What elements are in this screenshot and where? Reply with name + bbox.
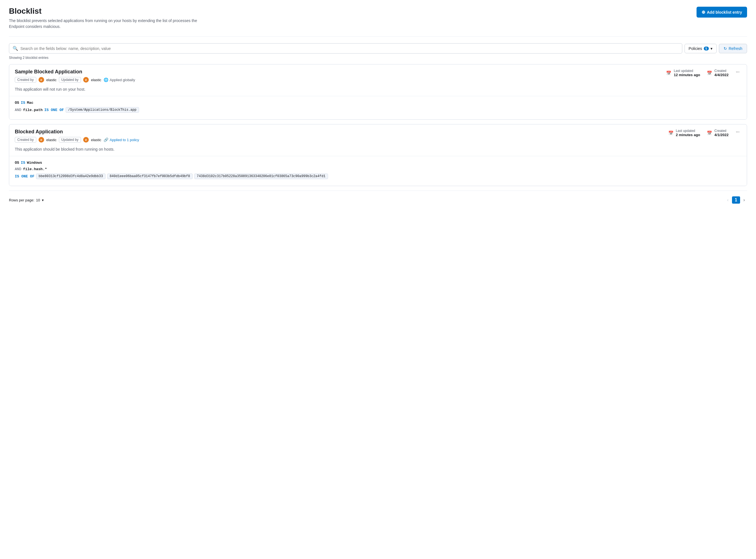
and-keyword-2: AND [15,167,21,171]
search-container: 🔍 [9,43,682,53]
policies-count-badge: 5 [704,47,709,50]
entry-2-title: Blocked Application [15,129,668,135]
criteria-line-hash: AND file.hash.* [15,167,741,171]
rows-chevron-icon: ▾ [42,198,44,202]
entry-1-title: Sample Blocked Application [15,69,666,75]
criteria-line-2: AND file.path IS ONE OF /System/Applicat… [15,107,741,113]
is-keyword-2: IS [21,161,25,165]
is-one-of-keyword: IS ONE OF [44,108,64,112]
updated-by-badge: Updated by [59,77,81,83]
created-by-badge-2: Created by [15,137,36,142]
showing-count: Showing 2 blocklist entries [9,56,747,60]
policies-filter-button[interactable]: Policies 5 ▾ [685,44,717,53]
hash-value-1: bbe80313cf12098d3fc4d8a42e9dbb33 [36,174,105,179]
criteria-line-os: OS IS Windows [15,161,741,165]
criteria-line-values: IS ONE OF bbe80313cf12098d3fc4d8a42e9dbb… [15,174,741,179]
next-page-button[interactable]: › [741,196,747,204]
entry-2-created: 📅 Created 4/1/2022 [707,129,729,137]
entry-2-updated-by-user: e elastic [83,137,101,142]
page-title: Blocklist [9,7,204,16]
calendar-icon-1: 📅 [666,71,671,75]
windows-value: Windows [27,161,42,165]
plus-circle-icon: ⊕ [701,9,705,15]
applied-policy-badge[interactable]: 🔗 Applied to 1 policy [104,137,139,142]
mac-value: Mac [27,101,33,105]
entry-1-meta: Created by e elastic Updated by e elasti… [15,77,666,83]
hash-value-2: 840d1eee06baa05cf3147fb7ef003b5dfdb49bf8 [107,174,193,179]
criteria-line-1: OS IS Mac [15,101,741,105]
add-blocklist-button[interactable]: ⊕ Add blocklist entry [696,7,747,18]
and-keyword: AND [15,108,21,112]
entry-1-updated-by-user: e elastic [83,77,101,83]
refresh-button[interactable]: ↻ Refresh [719,44,747,53]
entry-2-header-right: 📅 Last updated 2 minutes ago 📅 Created 4… [668,129,741,137]
page-1-button[interactable]: 1 [732,196,740,204]
entry-1-header-right: 📅 Last updated 12 minutes ago 📅 Created … [666,69,741,77]
entry-1-header: Sample Blocked Application Created by e … [9,64,747,87]
entry-1-created: 📅 Created 4/4/2022 [707,69,729,77]
entry-2-description: This application should be blocked from … [9,147,747,156]
entry-1-header-left: Sample Blocked Application Created by e … [15,69,666,83]
elastic-avatar-2: e [83,77,89,83]
hash-value-3: 7438d3102c317b05228a350891363340206e81cf… [194,174,328,179]
calendar-icon-3: 📅 [668,131,674,136]
pagination: ‹ 1 › [725,196,747,204]
applied-globally-badge: 🌐 Applied globally [104,77,135,82]
page-description: The blocklist prevents selected applicat… [9,18,204,29]
blocklist-entry-2: Blocked Application Created by e elastic… [9,124,747,186]
entry-1-created-by-user: e elastic [39,77,57,83]
header-left: Blocklist The blocklist prevents selecte… [9,7,204,29]
entry-1-more-button[interactable]: ··· [734,69,741,75]
elastic-avatar-4: e [83,137,89,142]
created-by-badge: Created by [15,77,36,83]
filepath-value: /System/Applications/BlockThis.app [66,107,139,113]
entry-1-description: This application will not run on your ho… [9,87,747,96]
entry-2-criteria: OS IS Windows AND file.hash.* IS ONE OF … [9,156,747,186]
rows-per-page[interactable]: Rows per page: 10 ▾ [9,198,44,202]
entry-2-last-updated: 📅 Last updated 2 minutes ago [668,129,700,137]
entry-2-timestamps: 📅 Last updated 2 minutes ago 📅 Created 4… [668,129,729,137]
os-field: OS [15,101,19,105]
entry-2-header: Blocked Application Created by e elastic… [9,125,747,147]
blocklist-entry-1: Sample Blocked Application Created by e … [9,64,747,120]
filepath-field: file.path [23,108,42,112]
search-input[interactable] [20,46,679,51]
page-header: Blocklist The blocklist prevents selecte… [9,7,747,29]
refresh-icon: ↻ [723,46,727,51]
elastic-avatar-3: e [39,137,44,142]
is-one-of-keyword-2: IS ONE OF [15,174,34,179]
search-icon: 🔍 [13,46,18,51]
entry-1-timestamps: 📅 Last updated 12 minutes ago 📅 Created … [666,69,728,77]
calendar-icon-4: 📅 [707,131,712,136]
entry-2-more-button[interactable]: ··· [734,129,741,135]
entry-1-criteria: OS IS Mac AND file.path IS ONE OF /Syste… [9,96,747,119]
entry-1-last-updated: 📅 Last updated 12 minutes ago [666,69,700,77]
prev-page-button[interactable]: ‹ [725,196,731,204]
toolbar: 🔍 Policies 5 ▾ ↻ Refresh [9,36,747,53]
entry-2-header-left: Blocked Application Created by e elastic… [15,129,668,142]
entry-2-created-by-user: e elastic [39,137,57,142]
globe-icon: 🌐 [104,77,108,82]
chevron-down-icon: ▾ [711,46,712,51]
updated-by-badge-2: Updated by [59,137,81,142]
elastic-avatar-1: e [39,77,44,83]
policy-icon: 🔗 [104,137,108,142]
os-field-2: OS [15,161,19,165]
filehash-field: file.hash.* [23,167,47,171]
is-keyword: IS [21,101,25,105]
entry-2-meta: Created by e elastic Updated by e elasti… [15,137,668,142]
calendar-icon-2: 📅 [707,71,712,75]
page-footer: Rows per page: 10 ▾ ‹ 1 › [9,191,747,206]
